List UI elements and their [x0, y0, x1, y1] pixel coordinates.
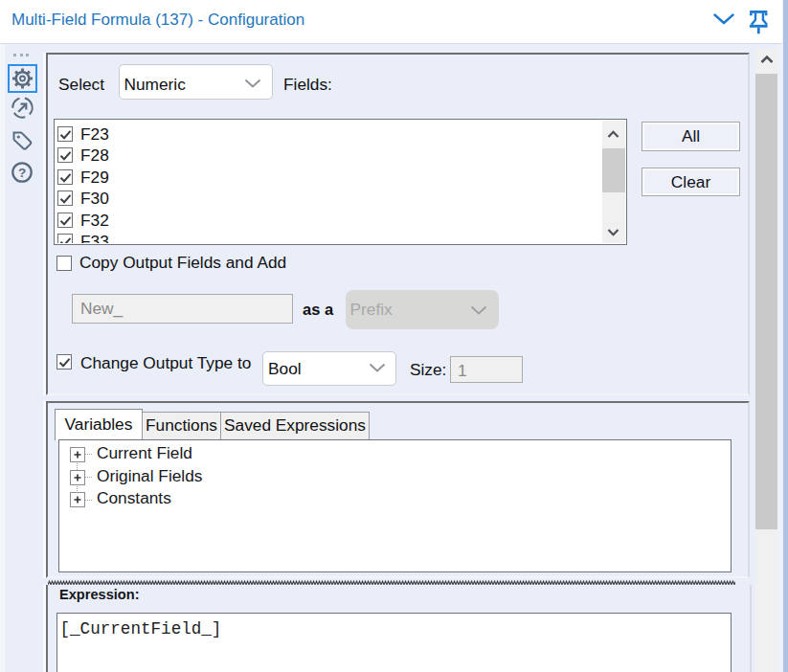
svg-text:?: ? [18, 166, 26, 180]
